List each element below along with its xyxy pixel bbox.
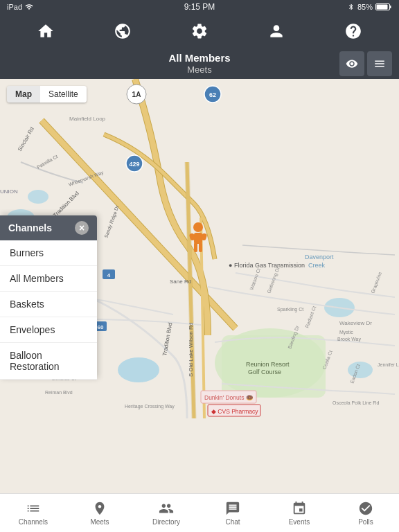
channels-header: Channels × (0, 215, 97, 240)
tab-chat[interactable]: Chat (200, 494, 266, 532)
tab-channels[interactable]: Channels (0, 494, 66, 532)
svg-text:◆ CVS Pharmacy: ◆ CVS Pharmacy (211, 408, 258, 415)
svg-text:Dunkin' Donuts 🍩: Dunkin' Donuts 🍩 (204, 394, 254, 402)
svg-text:Mystic: Mystic (339, 330, 353, 335)
svg-text:Reunion Resort: Reunion Resort (246, 361, 290, 368)
svg-rect-68 (194, 242, 197, 252)
svg-text:4: 4 (107, 272, 111, 278)
page-title: All Members Meets (168, 52, 230, 76)
menu-button[interactable] (367, 51, 392, 76)
channel-item-all-members[interactable]: All Members (0, 266, 97, 292)
list-icon (26, 501, 41, 516)
svg-text:Brook Way: Brook Way (337, 337, 361, 342)
svg-text:60: 60 (98, 324, 104, 330)
channel-item-baskets[interactable]: Baskets (0, 292, 97, 317)
channel-item-envelopes[interactable]: Envelopes (0, 317, 97, 343)
svg-rect-1 (390, 6, 391, 8)
svg-text:Mainfield Loop: Mainfield Loop (69, 116, 106, 122)
bottom-tab-bar: Channels Meets Directory Chat Events Pol… (0, 493, 399, 532)
person-marker (188, 222, 209, 255)
svg-point-64 (193, 222, 203, 232)
svg-text:Davenport: Davenport (305, 254, 334, 260)
carrier-label: iPad (7, 3, 22, 11)
globe-button[interactable] (109, 17, 136, 45)
svg-point-8 (118, 357, 159, 382)
status-bar: iPad 9:15 PM 85% (0, 0, 399, 14)
svg-point-12 (28, 190, 48, 204)
wifi-icon (25, 3, 33, 11)
view-button[interactable] (339, 51, 364, 76)
svg-text:Creek: Creek (308, 262, 326, 269)
home-button[interactable] (32, 17, 60, 45)
svg-text:Sane Rd: Sane Rd (170, 278, 191, 285)
main-title: All Members (168, 52, 230, 64)
top-nav (0, 14, 399, 48)
svg-text:1A: 1A (132, 91, 141, 98)
battery-label: 85% (357, 3, 373, 11)
svg-rect-65 (194, 233, 202, 244)
channels-title: Channels (8, 222, 52, 233)
map-button[interactable]: Map (7, 86, 40, 103)
header-actions (339, 51, 392, 76)
svg-text:● Florida Gas Transmission: ● Florida Gas Transmission (229, 262, 305, 269)
svg-text:Golf Course: Golf Course (248, 369, 281, 375)
checkmark-circle-icon (358, 501, 373, 516)
svg-text:62: 62 (209, 91, 216, 98)
settings-button[interactable] (186, 17, 213, 45)
map-container[interactable]: 1A 429 62 60 4 Sinclair Rd Palmilla Ct T… (0, 79, 399, 418)
svg-text:UNION: UNION (0, 188, 18, 195)
battery-icon (375, 3, 392, 11)
channel-item-balloon-restoration[interactable]: Balloon Restoration (0, 343, 97, 380)
channel-item-burners[interactable]: Burners (0, 240, 97, 266)
tab-polls[interactable]: Polls (332, 494, 399, 532)
svg-text:Osceola Polk Line Rd: Osceola Polk Line Rd (332, 400, 379, 405)
svg-text:Jennifer L: Jennifer L (378, 362, 399, 367)
svg-text:Heritage Crossing Way: Heritage Crossing Way (125, 404, 175, 409)
satellite-button[interactable]: Satellite (40, 86, 87, 103)
status-left: iPad (7, 3, 33, 11)
status-right: 85% (348, 3, 392, 11)
sub-title: Meets (168, 64, 230, 76)
svg-text:429: 429 (129, 161, 139, 168)
location-icon (92, 501, 107, 516)
channels-panel: Channels × Burners All Members Baskets E… (0, 215, 97, 380)
people-icon (159, 501, 174, 516)
status-time: 9:15 PM (184, 2, 215, 12)
svg-rect-2 (377, 5, 388, 10)
svg-text:Wakeview Dr: Wakeview Dr (339, 320, 372, 326)
svg-text:Sparkling Ct: Sparkling Ct (277, 307, 303, 312)
calendar-icon (292, 501, 307, 516)
tab-directory[interactable]: Directory (133, 494, 200, 532)
tab-events[interactable]: Events (266, 494, 332, 532)
tab-meets[interactable]: Meets (66, 494, 133, 532)
channels-close-button[interactable]: × (75, 221, 89, 235)
bluetooth-icon (348, 3, 355, 11)
profile-button[interactable] (263, 17, 290, 45)
help-button[interactable] (339, 17, 367, 45)
sub-header: All Members Meets (0, 48, 399, 79)
map-type-toggle[interactable]: Map Satellite (7, 86, 87, 103)
svg-text:S Old Lake Wilson Rd: S Old Lake Wilson Rd (188, 323, 194, 377)
svg-rect-69 (199, 242, 202, 252)
svg-text:Reiman Blvd: Reiman Blvd (45, 390, 73, 395)
chat-icon (225, 501, 240, 516)
